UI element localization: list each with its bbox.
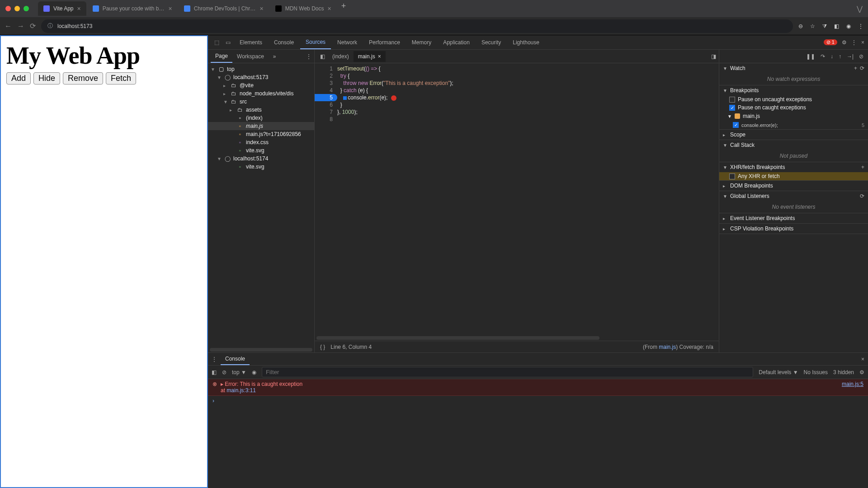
tree-folder[interactable]: ▸🗀assets	[208, 106, 314, 114]
browser-tab[interactable]: MDN Web Docs ×	[270, 1, 337, 16]
scope-header[interactable]: ▸Scope	[719, 130, 868, 140]
issues-link[interactable]: No Issues	[804, 369, 828, 375]
tree-file-mainjs[interactable]: ▫main.js	[208, 122, 314, 130]
fetch-button[interactable]: Fetch	[106, 72, 136, 84]
back-button[interactable]: ←	[5, 22, 12, 30]
maximize-window-icon[interactable]	[24, 6, 29, 11]
profile-icon[interactable]: ◉	[846, 23, 851, 29]
console-error-row[interactable]: ⊗ ▸ Error: This is a caught exception at…	[208, 379, 868, 396]
tree-file[interactable]: ▫vite.svg	[208, 163, 314, 171]
csp-violation-bp-header[interactable]: ▸CSP Violation Breakpoints	[719, 224, 868, 234]
live-expression-icon[interactable]: ◉	[252, 369, 256, 375]
deactivate-breakpoints-icon[interactable]: ⊘	[859, 53, 863, 60]
error-count-badge[interactable]: ⊘ 1	[824, 39, 837, 45]
tab-network[interactable]: Network	[332, 36, 363, 49]
browser-tab[interactable]: Chrome DevTools | Chrome ×	[179, 1, 269, 16]
tab-security[interactable]: Security	[476, 36, 506, 49]
console-filter-input[interactable]	[262, 367, 753, 377]
site-info-icon[interactable]: ⓘ	[47, 22, 53, 30]
tree-folder[interactable]: ▼🗀src	[208, 98, 314, 106]
navigator-menu-icon[interactable]: ⋮	[306, 53, 311, 60]
stack-link[interactable]: main.js:3:11	[226, 387, 256, 394]
device-toggle-icon[interactable]: ▭	[223, 39, 233, 46]
zoom-icon[interactable]: ⊖	[798, 23, 803, 29]
reload-button[interactable]: ⟳	[30, 22, 36, 30]
error-icon[interactable]	[391, 95, 396, 101]
log-levels-selector[interactable]: Default levels ▼	[759, 369, 798, 375]
tree-folder[interactable]: ▸🗀@vite	[208, 81, 314, 89]
breakpoint-entry[interactable]: console.error(e);5	[719, 121, 868, 129]
editor-tab[interactable]: (index)	[328, 51, 354, 62]
tab-console[interactable]: Console	[269, 36, 299, 49]
dom-breakpoints-header[interactable]: ▸DOM Breakpoints	[719, 181, 868, 191]
editor-tab[interactable]: main.js×	[354, 51, 386, 62]
breakpoint-file[interactable]: ▼main.js	[719, 112, 868, 121]
console-prompt[interactable]: ›	[208, 396, 868, 406]
source-link[interactable]: main.js	[659, 344, 676, 350]
remove-button[interactable]: Remove	[63, 72, 103, 84]
pause-caught-checkbox[interactable]: Pause on caught exceptions	[719, 103, 868, 112]
step-over-icon[interactable]: ↷	[821, 53, 825, 60]
code-editor[interactable]: 1234 5 678 setTimeout(() => { try { thro…	[315, 63, 719, 335]
close-tab-icon[interactable]: ×	[327, 5, 331, 12]
menu-icon[interactable]: ⋮	[858, 23, 863, 29]
toggle-debugger-icon[interactable]: ◨	[711, 53, 716, 60]
close-tab-icon[interactable]: ×	[77, 5, 80, 12]
tab-memory[interactable]: Memory	[406, 36, 437, 49]
source-link[interactable]: main.js:5	[842, 381, 863, 394]
drawer-tab-console[interactable]: Console	[221, 353, 250, 365]
tab-elements[interactable]: Elements	[234, 36, 268, 49]
tree-top[interactable]: ▼▢top	[208, 65, 314, 73]
global-listeners-header[interactable]: ▼Global Listeners⟳	[719, 191, 868, 201]
add-watch-icon[interactable]: +	[854, 65, 857, 71]
scrollbar[interactable]	[316, 336, 599, 340]
close-tab-icon[interactable]: ×	[259, 5, 263, 12]
subtab-page[interactable]: Page	[211, 50, 232, 63]
toggle-navigator-icon[interactable]: ◧	[317, 53, 328, 60]
address-bar[interactable]: ⓘ localhost:5173	[41, 19, 793, 33]
console-settings-icon[interactable]: ⚙	[859, 369, 864, 375]
forward-button[interactable]: →	[17, 22, 24, 30]
any-xhr-checkbox[interactable]: Any XHR or fetch	[719, 172, 868, 180]
close-tab-icon[interactable]: ×	[168, 5, 172, 12]
breakpoint-marker[interactable]: 5	[315, 94, 337, 101]
clear-console-icon[interactable]: ⊘	[222, 369, 226, 375]
bookmark-icon[interactable]: ☆	[810, 23, 815, 29]
add-xhr-bp-icon[interactable]: +	[861, 164, 864, 170]
watch-header[interactable]: ▼Watch+⟳	[719, 63, 868, 73]
refresh-watch-icon[interactable]: ⟳	[860, 65, 864, 71]
breakpoints-header[interactable]: ▼Breakpoints	[719, 85, 868, 95]
tree-folder[interactable]: ▸🗀node_modules/vite/dis	[208, 89, 314, 98]
tree-host[interactable]: ▼◯localhost:5174	[208, 155, 314, 163]
browser-tab[interactable]: Pause your code with breakp ×	[87, 1, 178, 16]
sidepanel-icon[interactable]: ◧	[834, 23, 839, 29]
xhr-breakpoints-header[interactable]: ▼XHR/fetch Breakpoints+	[719, 162, 868, 172]
tab-performance[interactable]: Performance	[363, 36, 406, 49]
refresh-listeners-icon[interactable]: ⟳	[860, 193, 864, 199]
hidden-count[interactable]: 3 hidden	[833, 369, 854, 375]
close-drawer-icon[interactable]: ×	[861, 356, 864, 362]
add-button[interactable]: Add	[6, 72, 31, 84]
tree-file[interactable]: ▫index.css	[208, 138, 314, 146]
toggle-sidebar-icon[interactable]: ◧	[212, 369, 217, 375]
event-listener-bp-header[interactable]: ▸Event Listener Breakpoints	[719, 213, 868, 223]
tab-lighthouse[interactable]: Lighthouse	[507, 36, 545, 49]
new-tab-button[interactable]: +	[338, 1, 350, 16]
hide-button[interactable]: Hide	[33, 72, 60, 84]
browser-tab[interactable]: Vite App ×	[38, 1, 86, 16]
tree-file[interactable]: ▫(index)	[208, 114, 314, 122]
settings-icon[interactable]: ⚙	[842, 39, 847, 46]
tree-file[interactable]: ▫main.js?t=1710692856	[208, 130, 314, 138]
inspect-icon[interactable]: ⬚	[212, 39, 222, 46]
drawer-menu-icon[interactable]: ⋮	[212, 356, 221, 362]
pause-icon[interactable]: ❚❚	[806, 53, 815, 60]
context-selector[interactable]: top ▼	[232, 369, 246, 375]
minimize-window-icon[interactable]	[14, 6, 20, 11]
tab-application[interactable]: Application	[438, 36, 475, 49]
pause-uncaught-checkbox[interactable]: Pause on uncaught exceptions	[719, 95, 868, 103]
close-tab-icon[interactable]: ×	[378, 53, 381, 60]
close-window-icon[interactable]	[5, 6, 11, 11]
close-devtools-icon[interactable]: ×	[861, 39, 864, 46]
step-out-icon[interactable]: ↑	[839, 53, 841, 60]
tab-sources[interactable]: Sources	[300, 36, 331, 49]
